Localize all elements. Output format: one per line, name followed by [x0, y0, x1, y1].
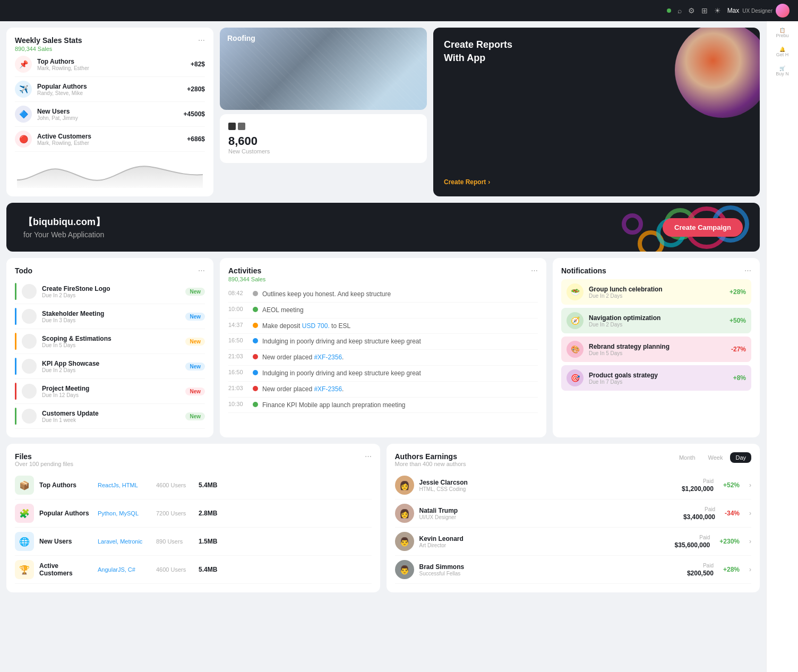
create-report-link[interactable]: Create Report ›	[444, 178, 749, 186]
sidebar-right-item-geth[interactable]: 🔔 Get H	[776, 47, 789, 57]
notif-name: Group lunch celebration	[589, 286, 724, 293]
author-chevron-icon[interactable]: ›	[749, 510, 751, 517]
activity-item: 21:03 New order placed #XF-2356.	[228, 350, 538, 366]
authors-earnings-title: Authors Earnings	[395, 452, 466, 461]
file-icon-popular: 🧩	[15, 504, 34, 523]
weekly-sales-subtitle: 890,344 Sales	[15, 46, 82, 52]
todo-badge: New	[185, 387, 205, 395]
notification-item: 🥗 Group lunch celebration Due In 2 Days …	[561, 279, 751, 305]
activity-text: New order placed #XF-2356.	[262, 353, 538, 362]
user-role: UX Designer	[742, 8, 773, 14]
right-sidebar: 📋 Prebu 🔔 Get H 🛒 Buy N	[766, 21, 798, 672]
todo-due: Due In 2 Days	[42, 292, 180, 298]
activities-menu-icon[interactable]: ⋯	[531, 266, 538, 274]
sidebar-right-item-prebu[interactable]: 📋 Prebu	[776, 28, 788, 38]
author-amount: $200,500	[687, 570, 714, 577]
notif-due: Due In 7 Days	[589, 379, 728, 385]
activity-dot	[253, 307, 258, 312]
stat-name: New Users	[37, 108, 178, 115]
stat-icon-popular: ✈️	[15, 81, 32, 98]
todo-color-bar	[15, 383, 16, 400]
notif-icon: 🥗	[567, 283, 584, 300]
user-profile[interactable]: Max UX Designer	[727, 4, 790, 18]
reports-title: Create ReportsWith App	[444, 38, 749, 65]
sidebar-right-item-buyn[interactable]: 🛒 Buy N	[776, 66, 789, 76]
todo-card: Todo ⋯ Create FireStone Logo Due In 2 Da…	[6, 258, 213, 437]
author-item: 👨 Brad Simmons Successful Fellas Paid $2…	[395, 556, 752, 584]
notif-pct: +28%	[730, 288, 746, 296]
todo-avatar	[22, 284, 37, 299]
stat-value: +4500$	[184, 110, 205, 118]
author-name: Jessie Clarcson	[419, 479, 676, 486]
middle-column: Roofing 8,600 New Customers	[220, 28, 427, 196]
create-campaign-button[interactable]: Create Campaign	[663, 218, 743, 237]
todo-color-bar	[15, 408, 16, 425]
activity-item: 10:30 Finance KPI Mobile app launch prep…	[228, 398, 538, 413]
search-icon[interactable]: ⌕	[677, 6, 682, 15]
tab-day[interactable]: Day	[730, 452, 751, 463]
user-name: Max	[727, 7, 740, 14]
stat-sub: Randy, Steve, Mike	[37, 90, 182, 96]
activity-link[interactable]: #XF-2356	[314, 385, 342, 393]
todo-menu-icon[interactable]: ⋯	[198, 266, 205, 274]
author-role: HTML, CSS Coding	[419, 486, 676, 492]
settings-icon[interactable]: ⚙	[688, 6, 695, 15]
stat-item: ✈️ Popular Authors Randy, Steve, Mike +2…	[15, 77, 205, 102]
todo-item: KPI App Showcase Due In 2 Days New	[15, 354, 205, 379]
tab-week[interactable]: Week	[703, 452, 728, 463]
todo-due: Due In 3 Days	[42, 317, 180, 323]
author-avatar: 👩	[395, 504, 414, 523]
author-chevron-icon[interactable]: ›	[749, 566, 751, 573]
paid-label: Paid	[703, 563, 714, 568]
activity-link[interactable]: USD 700.	[302, 322, 330, 330]
customers-card: 8,600 New Customers	[220, 114, 427, 163]
todo-name: Create FireStone Logo	[42, 285, 180, 292]
activity-item: 08:42 Outlines keep you honest. And keep…	[228, 287, 538, 303]
author-chevron-icon[interactable]: ›	[749, 481, 751, 489]
customers-label: New Customers	[228, 148, 418, 154]
todo-badge: New	[185, 338, 205, 346]
notifications-menu-icon[interactable]: ⋯	[744, 266, 751, 274]
weekly-sales-title: Weekly Sales Stats	[15, 36, 82, 45]
todo-due: Due In 1 week	[42, 417, 180, 423]
notif-icon: 🎨	[567, 341, 584, 358]
file-item: 🏆 Active Customers AngularJS, C# 4600 Us…	[15, 556, 372, 584]
roofing-image: Roofing	[220, 28, 427, 110]
activities-card: Activities 890,344 Sales ⋯ 08:42 Outline…	[220, 258, 546, 437]
activity-time: 16:50	[228, 337, 248, 343]
activity-item: 16:50 Indulging in poorly driving and ke…	[228, 366, 538, 382]
stat-icon-new-users: 🔷	[15, 106, 32, 123]
files-title: Files	[15, 452, 73, 461]
author-amount: $35,600,000	[675, 541, 710, 549]
author-avatar: 👨	[395, 532, 414, 551]
activity-link[interactable]: #XF-2356	[314, 354, 342, 361]
todo-item: Scoping & Estimations Due In 5 Days New	[15, 329, 205, 354]
activity-time: 21:03	[228, 353, 248, 359]
tab-month[interactable]: Month	[674, 452, 701, 463]
avatar[interactable]	[776, 4, 790, 18]
file-size: 2.8MB	[199, 510, 217, 517]
activity-time: 10:30	[228, 401, 248, 407]
roofing-label: Roofing	[227, 34, 255, 42]
todo-list: Create FireStone Logo Due In 2 Days New …	[15, 279, 205, 429]
file-name: Active Customers	[39, 562, 92, 577]
todo-badge: New	[185, 363, 205, 371]
activity-text: Indulging in poorly driving and keep str…	[262, 337, 538, 346]
file-tech: ReactJs, HTML	[98, 482, 151, 488]
paid-label: Paid	[705, 506, 715, 512]
author-amount: $1,200,000	[682, 485, 714, 493]
activity-time: 08:42	[228, 290, 248, 296]
file-users: 890 Users	[156, 538, 193, 545]
author-avatar: 👨	[395, 560, 414, 579]
grid-icon[interactable]: ⊞	[701, 6, 708, 15]
files-menu-icon[interactable]: ⋯	[365, 452, 372, 460]
author-avatar: 👩	[395, 476, 414, 495]
author-chevron-icon[interactable]: ›	[749, 538, 751, 545]
author-pct: -34%	[725, 510, 740, 517]
todo-badge: New	[185, 288, 205, 296]
todo-item: Project Meeting Due In 12 Days New	[15, 379, 205, 404]
campaign-domain: 【biqubiqu.com】	[23, 216, 105, 228]
file-name: New Users	[39, 538, 92, 545]
theme-icon[interactable]: ☀	[714, 6, 721, 15]
card-menu-icon[interactable]: ⋯	[198, 36, 205, 44]
